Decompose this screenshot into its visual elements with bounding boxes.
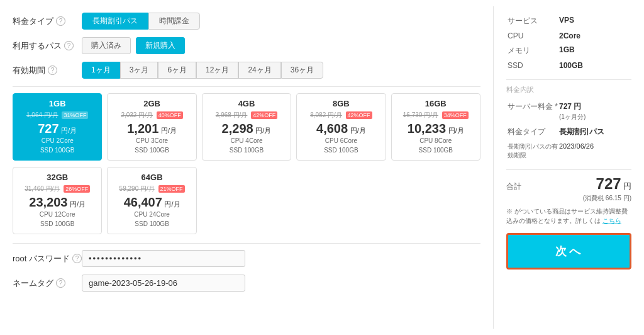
plan-price: 2,298 — [222, 122, 253, 135]
plan-card-8gb[interactable]: 8GB 8,082 円/月 42%OFF 4,608 円/月 CPU 6Core… — [296, 93, 386, 161]
plan-discount-badge: 42%OFF — [346, 111, 372, 119]
plan-original-price: 31,460 円/月 — [25, 185, 60, 192]
plan-discount-badge: 40%OFF — [157, 111, 183, 119]
plan-original-price: 8,082 円/月 — [310, 111, 342, 118]
plan-cpu: CPU 2Core — [18, 136, 96, 145]
plan-cpu: CPU 6Core — [302, 136, 380, 145]
plan-original-price: 3,968 円/月 — [216, 111, 248, 118]
total-price: 727 — [596, 175, 621, 192]
plan-price: 727 — [38, 122, 58, 135]
plan-size: 8GB — [302, 99, 380, 108]
validity-help-icon[interactable]: ? — [48, 65, 57, 75]
server-fee-sub: (1ヶ月分) — [559, 113, 586, 120]
plan-ssd: SSD 100GB — [18, 145, 96, 155]
plan-card-64gb[interactable]: 64GB 59,290 円/月 21%OFF 46,407 円/月 CPU 24… — [107, 167, 196, 234]
pass-usage-help-icon[interactable]: ? — [64, 41, 74, 50]
server-fee-value: 727 円 (1ヶ月分) — [559, 99, 630, 123]
order-summary-sidebar: サービス VPS CPU 2Core メモリ 1GB SSD 100GB 料金内… — [493, 6, 644, 329]
fee-type-label: 料金タイプ — [508, 125, 558, 139]
plan-discount-badge: 26%OFF — [64, 185, 90, 193]
plan-price-unit: 円/月 — [164, 200, 180, 208]
sidebar-divider-2 — [506, 169, 631, 170]
server-fee-label: サーバー料金 * — [508, 99, 558, 123]
pricing-type-tab-hourly[interactable]: 時間課金 — [148, 13, 200, 30]
plan-card-32gb[interactable]: 32GB 31,460 円/月 26%OFF 23,203 円/月 CPU 12… — [13, 167, 102, 234]
plan-size: 2GB — [113, 99, 191, 108]
ssd-label: SSD — [508, 59, 558, 72]
plan-price: 23,203 — [29, 195, 67, 209]
plan-price-unit: 円/月 — [350, 127, 366, 134]
validity-period-label: 長期割引パスの有効期限 — [508, 140, 558, 162]
validity-period-value: 2023/06/26 — [559, 140, 630, 162]
plan-price-unit: 円/月 — [255, 127, 271, 134]
period-36m[interactable]: 36ヶ月 — [281, 62, 323, 79]
ssd-value: 100GB — [559, 59, 630, 72]
validity-label: 有効期間 ? — [13, 65, 82, 76]
total-label: 合計 — [506, 181, 521, 192]
plan-size: 32GB — [18, 173, 96, 182]
service-label: サービス — [508, 14, 558, 28]
plan-price: 1,201 — [127, 122, 158, 135]
plan-cpu: CPU 24Core — [113, 210, 191, 219]
name-tag-help-icon[interactable]: ? — [56, 278, 65, 288]
plan-card-1gb[interactable]: 1GB 1,064 円/月 31%OFF 727 円/月 CPU 2Core S… — [13, 93, 102, 161]
plans-row2: 32GB 31,460 円/月 26%OFF 23,203 円/月 CPU 12… — [13, 167, 480, 234]
plan-size: 4GB — [208, 99, 286, 108]
plan-price: 4,608 — [316, 122, 348, 135]
plan-cpu: CPU 8Core — [397, 136, 475, 145]
plan-discount-badge: 21%OFF — [158, 185, 185, 193]
plan-discount-badge: 31%OFF — [62, 111, 88, 119]
sidebar-note-link[interactable]: こちら — [602, 217, 621, 224]
plan-price-unit: 円/月 — [161, 127, 177, 134]
sidebar-divider-1 — [506, 79, 631, 80]
pass-usage-buttons: 購入済み 新規購入 — [82, 37, 185, 54]
plan-card-4gb[interactable]: 4GB 3,968 円/月 42%OFF 2,298 円/月 CPU 4Core… — [202, 93, 291, 161]
total-tax: (消費税 66.15 円) — [506, 194, 631, 203]
plan-size: 16GB — [397, 99, 475, 108]
pass-btn-purchased[interactable]: 購入済み — [82, 37, 131, 54]
plan-size: 1GB — [18, 99, 96, 108]
pricing-type-help-icon[interactable]: ? — [56, 16, 65, 26]
plan-cpu: CPU 3Core — [113, 136, 191, 145]
period-1m[interactable]: 1ヶ月 — [82, 62, 120, 79]
pricing-type-tabs: 長期割引パス 時間課金 — [82, 13, 200, 30]
memory-value: 1GB — [559, 43, 630, 58]
root-password-help-icon[interactable]: ? — [72, 254, 82, 263]
plan-price: 10,233 — [408, 122, 446, 135]
name-tag-input[interactable] — [82, 275, 245, 292]
period-6m[interactable]: 6ヶ月 — [158, 62, 196, 79]
plan-cpu: CPU 4Core — [208, 136, 286, 145]
root-password-input[interactable] — [82, 250, 245, 267]
period-12m[interactable]: 12ヶ月 — [196, 62, 238, 79]
pricing-table: サーバー料金 * 727 円 (1ヶ月分) 料金タイプ 長期割引パス 長期割引パ… — [506, 98, 631, 163]
pricing-type-label: 料金タイプ ? — [13, 16, 82, 27]
next-button[interactable]: 次へ — [506, 233, 631, 270]
plan-original-price: 16,730 円/月 — [403, 111, 438, 118]
plan-ssd: SSD 100GB — [208, 145, 286, 155]
plan-card-16gb[interactable]: 16GB 16,730 円/月 34%OFF 10,233 円/月 CPU 8C… — [391, 93, 480, 161]
cpu-label: CPU — [508, 30, 558, 42]
plan-original-price: 1,064 円/月 — [26, 111, 58, 118]
plan-ssd: SSD 100GB — [302, 145, 380, 155]
period-3m[interactable]: 3ヶ月 — [120, 62, 158, 79]
plan-price-unit: 円/月 — [61, 127, 77, 134]
plan-discount-badge: 34%OFF — [442, 111, 469, 119]
plans-row1: 1GB 1,064 円/月 31%OFF 727 円/月 CPU 2Core S… — [13, 93, 480, 161]
pricing-type-tab-long[interactable]: 長期割引パス — [82, 13, 148, 30]
plan-ssd: SSD 100GB — [113, 219, 191, 229]
plan-price-unit: 円/月 — [448, 127, 464, 134]
plan-card-2gb[interactable]: 2GB 2,032 円/月 40%OFF 1,201 円/月 CPU 3Core… — [107, 93, 196, 161]
plan-size: 64GB — [113, 173, 191, 182]
memory-label: メモリ — [508, 43, 558, 58]
plan-price: 46,407 — [124, 195, 162, 209]
plan-ssd: SSD 100GB — [113, 145, 191, 155]
plan-original-price: 2,032 円/月 — [121, 111, 153, 118]
sidebar-note: ※ がついている商品はサービス維持調整費込みの価格となります。詳しくは こちら — [506, 207, 631, 225]
plan-ssd: SSD 100GB — [18, 219, 96, 229]
fee-type-value: 長期割引パス — [559, 125, 630, 139]
plan-discount-badge: 42%OFF — [251, 111, 277, 119]
period-24m[interactable]: 24ヶ月 — [238, 62, 280, 79]
pass-btn-new[interactable]: 新規購入 — [136, 37, 185, 54]
name-tag-label: ネームタグ ? — [13, 278, 82, 289]
plan-cpu: CPU 12Core — [18, 210, 96, 219]
